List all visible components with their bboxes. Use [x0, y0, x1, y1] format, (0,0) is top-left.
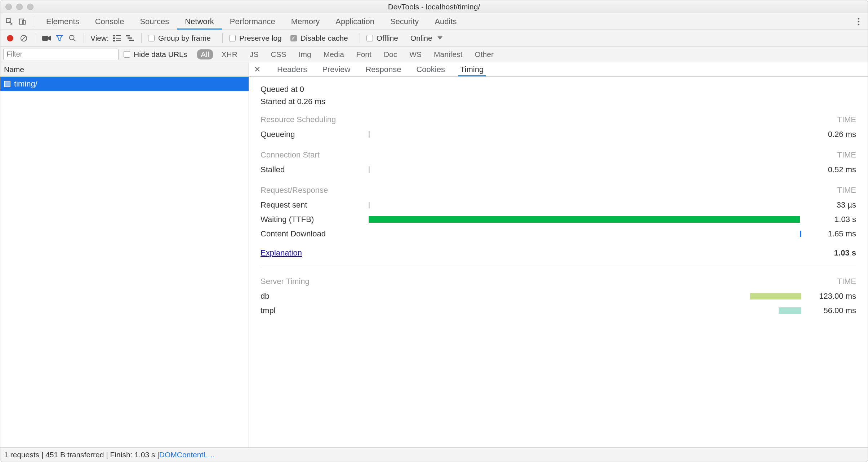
time-header: TIME	[837, 277, 856, 286]
started-at: Started at 0.26 ms	[261, 97, 856, 106]
timing-total: 1.03 s	[834, 248, 856, 258]
time-header: TIME	[837, 186, 856, 195]
time-header: TIME	[837, 150, 856, 160]
filter-type-js[interactable]: JS	[246, 49, 262, 59]
metric-name: Waiting (TTFB)	[261, 215, 369, 224]
kebab-menu-icon[interactable]	[853, 16, 864, 27]
tab-application[interactable]: Application	[328, 13, 382, 30]
metric-bar	[750, 293, 801, 299]
metric-value: 1.65 ms	[802, 229, 856, 239]
separator	[35, 33, 35, 43]
separator	[84, 33, 84, 43]
throttling-select[interactable]: Online	[407, 34, 446, 43]
disable-cache-label: Disable cache	[301, 34, 348, 43]
filter-type-xhr[interactable]: XHR	[218, 49, 241, 59]
svg-point-5	[858, 23, 860, 25]
group-by-frame-label: Group by frame	[158, 34, 211, 43]
inspect-icon[interactable]	[4, 16, 15, 27]
separator	[360, 33, 360, 43]
close-detail-button[interactable]: ✕	[254, 65, 264, 74]
filter-type-ws[interactable]: WS	[406, 49, 425, 59]
group-by-frame-checkbox[interactable]: Group by frame	[148, 34, 211, 43]
network-toolbar: View: Group by frame Preserve log Disabl…	[0, 30, 868, 46]
view-label: View:	[90, 34, 109, 43]
detail-tab-cookies[interactable]: Cookies	[414, 62, 447, 76]
metric-name: db	[261, 292, 369, 301]
record-button[interactable]	[7, 35, 13, 41]
request-name: timing/	[14, 79, 37, 89]
hide-data-urls-checkbox[interactable]: Hide data URLs	[124, 50, 187, 59]
filter-type-css[interactable]: CSS	[267, 49, 290, 59]
svg-rect-13	[113, 37, 115, 39]
tab-network[interactable]: Network	[177, 13, 222, 30]
separator	[222, 33, 223, 43]
tab-audits[interactable]: Audits	[427, 13, 464, 30]
filter-input[interactable]	[3, 49, 119, 60]
svg-rect-11	[113, 35, 115, 36]
section-title: Connection Start	[261, 150, 320, 160]
tab-performance[interactable]: Performance	[222, 13, 283, 30]
preserve-log-checkbox[interactable]: Preserve log	[229, 34, 282, 43]
svg-rect-12	[116, 35, 121, 36]
server-timing-title: Server Timing	[261, 277, 310, 286]
waterfall-view-icon[interactable]	[125, 34, 135, 43]
offline-label: Offline	[377, 34, 398, 43]
filter-type-all[interactable]: All	[197, 49, 213, 59]
metric-bar-track	[369, 230, 802, 238]
metric-value: 0.52 ms	[802, 165, 856, 174]
metric-bar	[369, 131, 370, 138]
metric-name: Request sent	[261, 200, 369, 210]
timing-metric: Waiting (TTFB)1.03 s	[261, 212, 856, 227]
filter-type-other[interactable]: Other	[471, 49, 497, 59]
detail-tab-headers[interactable]: Headers	[275, 62, 309, 76]
request-detail: ✕ HeadersPreviewResponseCookiesTiming Qu…	[249, 62, 868, 447]
tab-console[interactable]: Console	[87, 13, 132, 30]
separator	[33, 17, 33, 27]
svg-point-9	[70, 35, 74, 40]
section-title: Request/Response	[261, 186, 328, 195]
tab-sources[interactable]: Sources	[132, 13, 177, 30]
offline-checkbox[interactable]: Offline	[366, 34, 398, 43]
metric-bar	[369, 202, 370, 208]
metric-value: 1.03 s	[802, 215, 856, 224]
tab-elements[interactable]: Elements	[38, 13, 87, 30]
detail-tab-timing[interactable]: Timing	[458, 62, 486, 76]
detail-tab-response[interactable]: Response	[363, 62, 403, 76]
svg-rect-1	[19, 19, 24, 24]
metric-name: Queueing	[261, 130, 369, 139]
request-list: Name timing/	[0, 62, 249, 447]
camera-icon[interactable]	[42, 34, 51, 43]
filter-type-img[interactable]: Img	[295, 49, 315, 59]
search-icon[interactable]	[68, 34, 77, 43]
queued-at: Queued at 0	[261, 85, 856, 94]
timing-metric: Content Download1.65 ms	[261, 227, 856, 241]
time-header: TIME	[837, 115, 856, 124]
tab-security[interactable]: Security	[382, 13, 427, 30]
detail-tab-preview[interactable]: Preview	[320, 62, 352, 76]
request-row[interactable]: timing/	[0, 77, 249, 91]
svg-rect-8	[42, 36, 48, 41]
timing-panel: Queued at 0 Started at 0.26 ms Resource …	[249, 77, 868, 447]
window-titlebar: DevTools - localhost/timing/	[0, 0, 868, 13]
device-toolbar-icon[interactable]	[17, 16, 28, 27]
timing-metric: Queueing0.26 ms	[261, 127, 856, 142]
domcontentloaded-link[interactable]: DOMContentL…	[159, 450, 215, 459]
metric-value: 0.26 ms	[802, 130, 856, 139]
clear-icon[interactable]	[19, 34, 28, 43]
chevron-down-icon	[437, 36, 442, 40]
column-header-name[interactable]: Name	[0, 62, 249, 77]
filter-type-font[interactable]: Font	[353, 49, 375, 59]
document-icon	[4, 81, 10, 87]
disable-cache-checkbox[interactable]: Disable cache	[290, 34, 348, 43]
tab-memory[interactable]: Memory	[283, 13, 328, 30]
filter-type-manifest[interactable]: Manifest	[430, 49, 466, 59]
filter-icon[interactable]	[55, 34, 64, 43]
svg-line-10	[74, 39, 76, 41]
filter-type-doc[interactable]: Doc	[380, 49, 401, 59]
filter-type-media[interactable]: Media	[320, 49, 348, 59]
large-rows-icon[interactable]	[112, 34, 122, 43]
metric-value: 33 µs	[802, 200, 856, 210]
timing-metric: db123.00 ms	[261, 289, 856, 303]
explanation-link[interactable]: Explanation	[261, 248, 302, 258]
metric-bar	[369, 216, 800, 223]
